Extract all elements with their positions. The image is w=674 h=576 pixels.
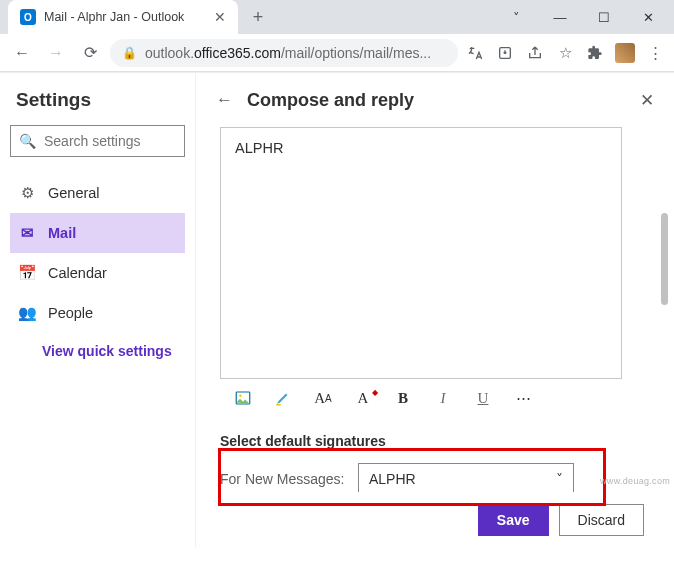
profile-avatar[interactable]	[614, 42, 636, 64]
toolbar-extensions: ☆ ⋮	[464, 42, 666, 64]
url-input[interactable]: 🔒 outlook.office365.com/mail/options/mai…	[110, 39, 458, 67]
default-signatures-heading: Select default signatures	[220, 433, 646, 449]
close-icon[interactable]: ✕	[640, 90, 654, 111]
select-value: ALPHR	[369, 471, 416, 487]
window-close-icon[interactable]: ✕	[626, 3, 670, 31]
tab-title: Mail - Alphr Jan - Outlook	[44, 10, 184, 24]
back-arrow-icon[interactable]: ←	[216, 90, 233, 110]
discard-button[interactable]: Discard	[559, 504, 644, 536]
sidebar-item-label: General	[48, 185, 100, 201]
sidebar-item-people[interactable]: 👥 People	[10, 293, 185, 333]
main-header: ← Compose and reply ✕	[196, 73, 674, 127]
new-tab-button[interactable]: +	[244, 3, 272, 31]
new-messages-select[interactable]: ALPHR ˅	[358, 463, 574, 492]
settings-main: ← Compose and reply ✕ ALPHR AA A◆ B I U …	[196, 73, 674, 548]
nav-forward-button: →	[42, 39, 70, 67]
editor-text: ALPHR	[235, 140, 283, 156]
scrollbar-thumb[interactable]	[661, 213, 668, 305]
sidebar-item-mail[interactable]: ✉ Mail	[10, 213, 185, 253]
more-formatting-icon[interactable]: ⋯	[514, 389, 532, 407]
lock-icon: 🔒	[122, 46, 137, 60]
caret-down-icon[interactable]: ˅	[494, 3, 538, 31]
font-color-icon[interactable]: A◆	[354, 390, 372, 407]
outlook-favicon: O	[20, 9, 36, 25]
address-bar: ← → ⟳ 🔒 outlook.office365.com/mail/optio…	[0, 34, 674, 72]
editor-toolbar: AA A◆ B I U ⋯	[220, 379, 646, 411]
sidebar-item-label: Mail	[48, 225, 76, 241]
save-button[interactable]: Save	[478, 504, 549, 536]
tab-bar: O Mail - Alphr Jan - Outlook ✕ + ˅ — ☐ ✕	[0, 0, 674, 34]
insert-image-icon[interactable]	[234, 389, 252, 407]
chevron-down-icon: ˅	[556, 471, 563, 487]
translate-icon[interactable]	[464, 42, 486, 64]
browser-tab[interactable]: O Mail - Alphr Jan - Outlook ✕	[8, 0, 238, 34]
underline-button[interactable]: U	[474, 390, 492, 407]
highlighter-icon[interactable]	[274, 389, 292, 407]
mail-icon: ✉	[18, 224, 36, 242]
bold-button[interactable]: B	[394, 390, 412, 407]
main-content: ALPHR AA A◆ B I U ⋯ Select default signa…	[196, 127, 674, 492]
people-icon: 👥	[18, 304, 36, 322]
sidebar-item-general[interactable]: ⚙ General	[10, 173, 185, 213]
new-messages-label: For New Messages:	[220, 471, 348, 487]
new-messages-row: For New Messages: ALPHR ˅	[220, 463, 646, 492]
search-settings-box[interactable]: 🔍	[10, 125, 185, 157]
settings-nav: ⚙ General ✉ Mail 📅 Calendar 👥 People	[10, 173, 185, 333]
calendar-icon: 📅	[18, 264, 36, 282]
gear-icon: ⚙	[18, 184, 36, 202]
install-icon[interactable]	[494, 42, 516, 64]
search-settings-input[interactable]	[44, 133, 176, 149]
font-size-icon[interactable]: AA	[314, 390, 332, 407]
page-title: Compose and reply	[247, 90, 414, 111]
italic-button[interactable]: I	[434, 390, 452, 407]
search-icon: 🔍	[19, 133, 36, 149]
browser-menu-icon[interactable]: ⋮	[644, 42, 666, 64]
sidebar-item-label: People	[48, 305, 93, 321]
signature-editor[interactable]: ALPHR	[220, 127, 622, 379]
nav-reload-button[interactable]: ⟳	[76, 39, 104, 67]
tab-close-icon[interactable]: ✕	[214, 9, 226, 25]
window-minimize-icon[interactable]: —	[538, 3, 582, 31]
share-icon[interactable]	[524, 42, 546, 64]
bookmark-star-icon[interactable]: ☆	[554, 42, 576, 64]
sidebar-item-label: Calendar	[48, 265, 107, 281]
view-quick-settings-link[interactable]: View quick settings	[10, 333, 185, 359]
window-maximize-icon[interactable]: ☐	[582, 3, 626, 31]
svg-point-2	[239, 395, 241, 397]
panel-footer: Save Discard	[196, 492, 674, 548]
extensions-puzzle-icon[interactable]	[584, 42, 606, 64]
settings-sidebar: Settings 🔍 ⚙ General ✉ Mail 📅 Calendar 👥…	[0, 73, 196, 548]
sidebar-item-calendar[interactable]: 📅 Calendar	[10, 253, 185, 293]
url-text: outlook.office365.com/mail/options/mail/…	[145, 45, 431, 61]
vertical-scrollbar[interactable]	[661, 173, 671, 533]
svg-rect-3	[276, 404, 281, 406]
nav-back-button[interactable]: ←	[8, 39, 36, 67]
settings-title: Settings	[16, 89, 185, 111]
settings-panel: Settings 🔍 ⚙ General ✉ Mail 📅 Calendar 👥…	[0, 72, 674, 548]
